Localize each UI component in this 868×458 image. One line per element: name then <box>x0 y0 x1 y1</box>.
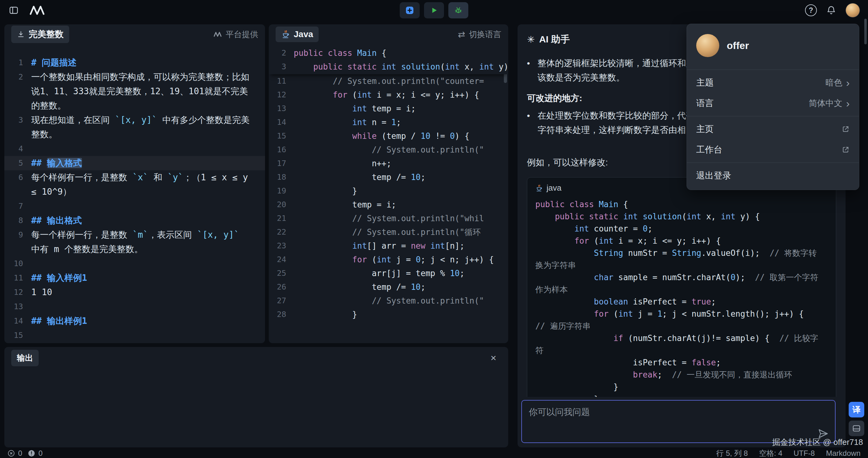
ai-code-lines: public class Main { public static int so… <box>527 195 836 397</box>
problem-line-13[interactable]: 13 <box>4 299 265 314</box>
line-number: 19 <box>269 184 294 198</box>
page-scrollbar[interactable] <box>864 19 867 44</box>
problem-lines[interactable]: 1# 问题描述2一个整数如果由相同数字构成，可以称为完美整数；比如说1、11、3… <box>4 44 265 343</box>
code-line-22[interactable]: 22 // System.out.println("循环 <box>269 225 508 239</box>
code-line-14[interactable]: 14 int n = 1; <box>269 115 508 129</box>
code-line-21[interactable]: 21 // System.out.println("whil <box>269 211 508 225</box>
code-text: // System.out.println(" <box>294 143 508 156</box>
java-tab[interactable]: Java <box>276 27 319 42</box>
menu-item-workbench[interactable]: 工作台 <box>687 140 859 160</box>
code-line-2[interactable]: 2public class Main { <box>269 46 508 60</box>
panel-icon <box>852 424 861 433</box>
indent-info[interactable]: 空格: 4 <box>759 448 782 458</box>
problem-line-4[interactable]: 4 <box>4 142 265 156</box>
line-number: 18 <box>269 170 294 184</box>
app-root: ? 完美整数 平台提供 1# 问题描述2一个整数如果由相同数字构成，可以称为完 <box>0 0 868 458</box>
switch-language-button[interactable]: ⇄ 切换语言 <box>458 29 501 40</box>
ai-input-textarea[interactable] <box>522 401 835 431</box>
code-line-26[interactable]: 26 temp /= 10; <box>269 280 508 294</box>
app-logo[interactable] <box>29 5 45 16</box>
code-line-17[interactable]: 17 n++; <box>269 156 508 170</box>
problem-line-6[interactable]: 6每个样例有一行，是整数 `x` 和 `y`；（1 ≤ x ≤ y ≤ 10^9… <box>4 170 265 199</box>
code-line-20[interactable]: 20 temp = i; <box>269 198 508 211</box>
code-line-3[interactable]: 3 public static int solution(int x, int … <box>269 60 508 74</box>
problem-title-chip[interactable]: 完美整数 <box>11 26 69 43</box>
language-mode[interactable]: Markdown <box>826 449 861 458</box>
code-lang-label: java <box>547 183 561 193</box>
user-avatar[interactable] <box>845 3 860 18</box>
menu-item-home[interactable]: 主页 <box>687 119 859 140</box>
problem-line-12[interactable]: 121 10 <box>4 285 265 299</box>
external-link-icon <box>841 146 849 154</box>
problem-line-9[interactable]: 9每一个样例一行，是整数 `m`，表示区间 `[x, y]` 中有 m 个整数是… <box>4 228 265 256</box>
ai-code-line: if (numStr.charAt(j)!= sample) { // 比较字符 <box>535 332 822 356</box>
line-content <box>31 299 265 314</box>
line-number: 2 <box>269 46 294 60</box>
encoding[interactable]: UTF-8 <box>794 449 815 458</box>
line-number: 15 <box>4 328 31 343</box>
chevron-right-icon: › <box>846 98 849 109</box>
play-icon <box>430 6 438 15</box>
menu-item-logout[interactable]: 退出登录 <box>687 165 859 186</box>
problem-line-14[interactable]: 14## 输出样例1 <box>4 314 265 328</box>
java-icon <box>535 184 543 192</box>
line-number: 11 <box>4 271 31 285</box>
code-text: temp = i; <box>294 198 508 211</box>
divider <box>687 116 859 116</box>
code-line-23[interactable]: 23 int[] arr = new int[n]; <box>269 239 508 253</box>
ai-code-line: public class Main { <box>535 198 822 210</box>
user-menu: offer 主题 暗色› 语言 简体中文› 主页 工作台 退出登录 <box>686 24 859 190</box>
error-count: 0 <box>18 449 22 458</box>
notifications-button[interactable] <box>826 5 836 15</box>
code-line-24[interactable]: 24 for (int j = 0; j < n; j++) { <box>269 253 508 266</box>
code-line-19[interactable]: 19 } <box>269 184 508 198</box>
warning-icon[interactable] <box>28 450 35 457</box>
code-text: } <box>294 308 508 321</box>
code-text: // System.out.println("whil <box>294 211 508 225</box>
problem-line-3[interactable]: 3现在想知道，在区间 `[x, y]` 中有多少个整数是完美整数。 <box>4 113 265 142</box>
code-line-27[interactable]: 27 // System.out.println(" <box>269 294 508 308</box>
code-line-15[interactable]: 15 while (temp / 10 != 0) { <box>269 129 508 143</box>
menu-item-label: 主页 <box>696 123 714 135</box>
problem-line-15[interactable]: 15 <box>4 328 265 343</box>
run-button[interactable] <box>424 2 444 19</box>
output-title-chip[interactable]: 输出 <box>11 350 39 366</box>
code-text: for (int j = 0; j < n; j++) { <box>294 253 508 266</box>
code-line-18[interactable]: 18 temp /= 10; <box>269 170 508 184</box>
line-number: 7 <box>4 199 31 213</box>
line-number: 11 <box>269 74 294 88</box>
problem-line-5[interactable]: 5## 输入格式 <box>4 156 265 170</box>
code-line-11[interactable]: 11 // System.out.println("counter= <box>269 74 508 88</box>
menu-item-language[interactable]: 语言 简体中文› <box>687 93 859 114</box>
sidebar-toggle-icon[interactable] <box>8 5 19 15</box>
cursor-position[interactable]: 行 5, 列 8 <box>716 448 748 458</box>
help-button[interactable]: ? <box>805 4 817 16</box>
code-line-12[interactable]: 12 for (int i = x; i <= y; i++) { <box>269 88 508 102</box>
line-content: 每个样例有一行，是整数 `x` 和 `y`；（1 ≤ x ≤ y ≤ 10^9） <box>31 170 265 199</box>
code-line-25[interactable]: 25 arr[j] = temp % 10; <box>269 266 508 280</box>
editor-code-lines[interactable]: 11 // System.out.println("counter=12 for… <box>269 74 508 321</box>
bottom-panel-button[interactable] <box>849 421 864 436</box>
code-line-16[interactable]: 16 // System.out.println(" <box>269 143 508 156</box>
line-number: 12 <box>269 88 294 102</box>
new-file-button[interactable] <box>400 2 420 19</box>
menu-item-theme[interactable]: 主题 暗色› <box>687 73 859 93</box>
line-number: 14 <box>4 314 31 328</box>
line-number: 4 <box>4 142 31 156</box>
translate-button[interactable]: 译 <box>849 402 864 418</box>
code-text: temp /= 10; <box>294 170 508 184</box>
provider-label: 平台提供 <box>226 29 258 40</box>
problem-line-11[interactable]: 11## 输入样例1 <box>4 271 265 285</box>
problem-line-1[interactable]: 1# 问题描述 <box>4 56 265 70</box>
problem-line-10[interactable]: 10 <box>4 256 265 271</box>
problem-line-2[interactable]: 2一个整数如果由相同数字构成，可以称为完美整数；比如说1、11、333就是完美整… <box>4 70 265 113</box>
error-icon[interactable] <box>7 450 15 457</box>
plus-icon <box>405 6 414 15</box>
output-close-button[interactable]: × <box>486 352 501 364</box>
debug-button[interactable] <box>448 2 468 19</box>
line-number: 27 <box>269 294 294 308</box>
code-line-13[interactable]: 13 int temp = i; <box>269 102 508 115</box>
problem-line-7[interactable]: 7 <box>4 199 265 213</box>
problem-line-8[interactable]: 8## 输出格式 <box>4 213 265 228</box>
code-line-28[interactable]: 28 } <box>269 308 508 321</box>
